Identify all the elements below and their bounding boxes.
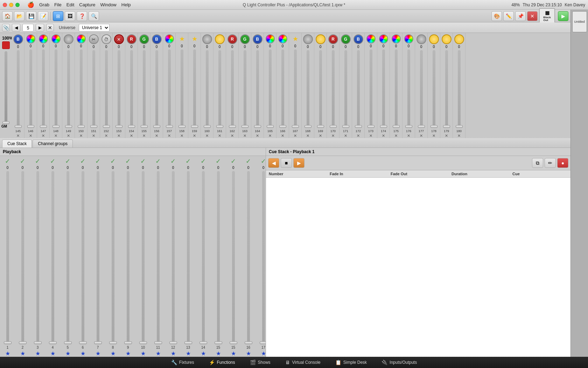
save-as-btn[interactable]: 📝 <box>38 11 48 21</box>
universe-prev-btn[interactable]: ◀ <box>12 24 20 32</box>
channel-mute[interactable]: ✕ <box>117 134 120 138</box>
channel-fader[interactable] <box>269 49 272 128</box>
pb-star[interactable]: ★ <box>111 350 115 357</box>
toolbar-pencil-btn[interactable]: ✏️ <box>503 11 514 21</box>
channel-mute[interactable]: ✕ <box>231 134 234 138</box>
channel-fader[interactable] <box>445 50 448 128</box>
pb-star[interactable]: ★ <box>96 350 100 357</box>
pb-fader[interactable] <box>21 171 24 344</box>
channel-mute[interactable]: ✕ <box>155 134 158 138</box>
channel-fader[interactable] <box>307 50 309 128</box>
pb-fader[interactable] <box>247 171 250 344</box>
channel-fader[interactable] <box>319 50 322 128</box>
close-button[interactable] <box>3 3 7 7</box>
channel-fader[interactable] <box>42 49 45 128</box>
channel-fader[interactable] <box>395 49 398 128</box>
channel-fader[interactable] <box>143 50 146 128</box>
workspace-btn[interactable]: 🏠 <box>2 11 13 21</box>
nav-item-shows[interactable]: 🎬 Shows <box>243 358 278 367</box>
universe-attach-btn[interactable]: 📎 <box>2 24 10 32</box>
help-btn[interactable]: ❓ <box>77 11 87 21</box>
channel-fader[interactable] <box>370 49 372 128</box>
channel-mute[interactable]: ✕ <box>268 134 272 138</box>
pb-star[interactable]: ★ <box>80 350 85 357</box>
pb-fader[interactable] <box>36 171 39 344</box>
tab-cue-stack[interactable]: Cue Stack <box>2 139 32 148</box>
universe-number[interactable]: 5 <box>22 24 34 32</box>
fixtures-btn[interactable]: 🖼 <box>65 11 75 21</box>
pb-fader[interactable] <box>262 171 265 344</box>
pb-fader[interactable] <box>202 171 205 344</box>
pb-fader[interactable] <box>187 171 190 344</box>
pb-fader[interactable] <box>232 171 235 344</box>
menu-edit[interactable]: Edit <box>64 1 76 8</box>
dmx-master-btn[interactable] <box>2 41 10 49</box>
pb-fader[interactable] <box>66 171 69 344</box>
channel-mute[interactable]: ✕ <box>432 134 435 138</box>
channel-mute[interactable]: ✕ <box>16 134 20 138</box>
pb-star[interactable]: ★ <box>20 350 25 357</box>
channel-mute[interactable]: ✕ <box>445 134 448 138</box>
pb-star[interactable]: ★ <box>171 350 176 357</box>
pb-star[interactable]: ★ <box>246 350 251 357</box>
maximize-button[interactable] <box>15 3 20 7</box>
channel-mute[interactable]: ✕ <box>92 134 95 138</box>
channel-mute[interactable]: ✕ <box>218 134 221 138</box>
channel-fader[interactable] <box>130 50 133 128</box>
menu-capture[interactable]: Capture <box>77 1 97 8</box>
pb-star[interactable]: ★ <box>231 350 236 357</box>
channel-fader[interactable] <box>218 50 221 128</box>
open-btn[interactable]: 📂 <box>14 11 24 21</box>
channel-fader[interactable] <box>357 50 360 128</box>
channel-mute[interactable]: ✕ <box>294 134 297 138</box>
pb-star[interactable]: ★ <box>65 350 70 357</box>
channel-fader[interactable] <box>433 50 435 128</box>
channel-mute[interactable]: ✕ <box>130 134 133 138</box>
pb-fader[interactable] <box>51 171 54 344</box>
channel-mute[interactable]: ✕ <box>79 134 83 138</box>
channel-fader[interactable] <box>281 49 284 128</box>
channel-mute[interactable]: ✕ <box>457 134 461 138</box>
channel-mute[interactable]: ✕ <box>142 134 146 138</box>
pb-star[interactable]: ★ <box>126 350 131 357</box>
channel-fader[interactable] <box>206 50 209 128</box>
toolbar-close-btn[interactable]: ✕ <box>527 11 538 21</box>
pb-fader[interactable] <box>172 171 175 344</box>
channel-mute[interactable]: ✕ <box>319 134 322 138</box>
cue-delete-btn[interactable]: ● <box>557 158 568 168</box>
channel-fader[interactable] <box>105 50 108 128</box>
channel-mute[interactable]: ✕ <box>256 134 259 138</box>
pb-fader[interactable] <box>112 171 114 344</box>
channel-mute[interactable]: ✕ <box>394 134 398 138</box>
menu-help[interactable]: Help <box>119 1 133 8</box>
channel-fader[interactable] <box>382 49 385 128</box>
channel-mute[interactable]: ✕ <box>281 134 284 138</box>
universe-next-btn[interactable]: ▶ <box>36 24 44 32</box>
channel-mute[interactable]: ✕ <box>42 134 45 138</box>
channel-mute[interactable]: ✕ <box>382 134 385 138</box>
pb-star[interactable]: ★ <box>261 350 266 357</box>
menu-file[interactable]: File <box>52 1 64 8</box>
channel-mute[interactable]: ✕ <box>344 134 347 138</box>
pb-star[interactable]: ★ <box>201 350 206 357</box>
channel-mute[interactable]: ✕ <box>306 134 309 138</box>
master-fader[interactable] <box>2 51 10 124</box>
channel-fader[interactable] <box>231 50 234 128</box>
channel-mute[interactable]: ✕ <box>357 134 360 138</box>
channel-fader[interactable] <box>256 50 259 128</box>
sidebar-thumbnail[interactable]: Untitled <box>572 11 587 32</box>
channel-mute[interactable]: ✕ <box>243 134 246 138</box>
channel-mute[interactable]: ✕ <box>105 134 108 138</box>
pb-star[interactable]: ★ <box>186 350 191 357</box>
menu-window[interactable]: Window <box>98 1 119 8</box>
channel-fader[interactable] <box>344 50 347 128</box>
cue-copy-btn[interactable]: ⧉ <box>532 158 543 168</box>
pb-fader[interactable] <box>142 171 145 344</box>
channel-fader[interactable] <box>92 50 95 128</box>
nav-item-virtual-console[interactable]: 🖥 Virtual Console <box>278 358 328 367</box>
channel-mute[interactable]: ✕ <box>168 134 171 138</box>
mode-btn[interactable]: ⊞ <box>53 11 63 21</box>
minimize-button[interactable] <box>9 3 13 7</box>
pb-fader[interactable] <box>157 171 160 344</box>
channel-mute[interactable]: ✕ <box>29 134 32 138</box>
